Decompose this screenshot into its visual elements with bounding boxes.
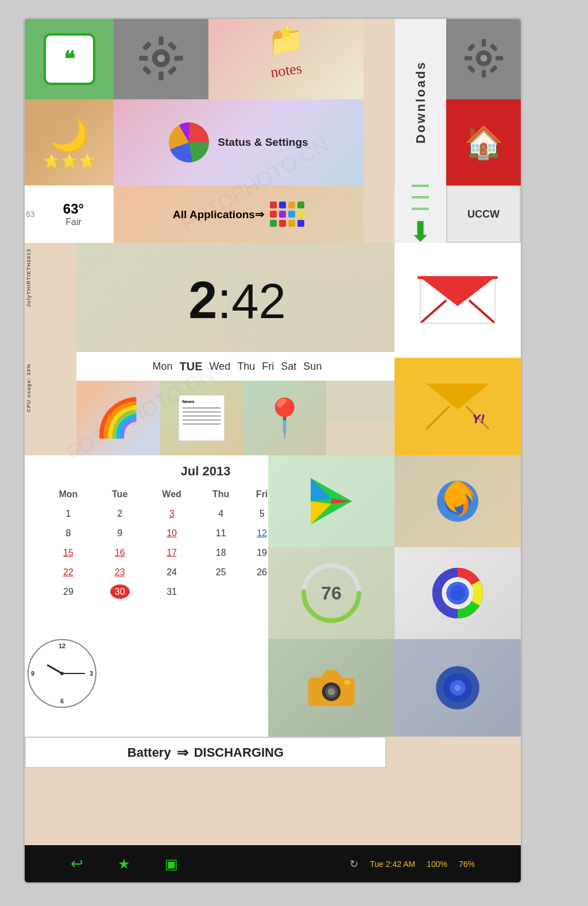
- nav-right-group: ↻ Tue 2:42 AM 100% 76%: [350, 858, 475, 870]
- firefox-cell[interactable]: [394, 455, 521, 547]
- photos-cell[interactable]: 🌈: [76, 381, 160, 455]
- weekday-sat: Sat: [277, 361, 300, 373]
- yahoo-mail-cell[interactable]: Y!: [394, 358, 521, 455]
- svg-rect-27: [495, 56, 503, 60]
- battery-percent-cell: 76: [268, 547, 394, 639]
- status-settings-cell[interactable]: Status & Settings: [114, 99, 363, 185]
- weekday-wed: Wed: [206, 361, 234, 373]
- cal-day: 8: [43, 524, 94, 543]
- all-applications-cell[interactable]: All Applications⇒: [114, 185, 363, 243]
- weekday-sun: Sun: [300, 361, 325, 373]
- uccw-cell[interactable]: UCCW: [446, 185, 521, 243]
- screen-content: ❝: [25, 19, 521, 882]
- back-button[interactable]: ↩: [71, 855, 83, 873]
- photos-icon: 🌈: [95, 396, 141, 440]
- cal-day: 9: [94, 524, 146, 543]
- svg-rect-30: [467, 64, 475, 73]
- hangouts-cell[interactable]: ❝: [25, 19, 114, 99]
- weekday-tue-active: TUE: [176, 360, 206, 373]
- battery-percent-number: 76: [321, 583, 342, 604]
- weekday-thu: Thu: [234, 361, 258, 373]
- app-dots-grid: [270, 202, 304, 227]
- settings-gear-icon: [137, 34, 185, 85]
- phone-screen: ❝: [23, 17, 523, 884]
- weather-edge-num: 63: [26, 210, 35, 219]
- pie-chart-icon: [169, 122, 209, 162]
- today-highlight: 30: [110, 584, 130, 599]
- gmail-cell[interactable]: [394, 243, 521, 358]
- recent-apps-button[interactable]: ▣: [165, 856, 178, 872]
- vertical-text-cpu: CPU usage: 33%: [26, 363, 32, 412]
- sync-icon: ↻: [350, 858, 358, 870]
- cal-day: 30: [94, 582, 146, 602]
- notes-cell[interactable]: 📁 ⭐ notes: [208, 19, 363, 99]
- notes-label: notes: [269, 60, 303, 81]
- downloads-icon: ═══ ═══ ═══ ⬇: [409, 181, 432, 247]
- navigation-bar: ↩ ★ ▣ ↻ Tue 2:42 AM 100% 76%: [25, 845, 521, 882]
- svg-rect-38: [417, 276, 498, 279]
- clock-num-9: 9: [31, 670, 34, 677]
- news-cell[interactable]: News: [160, 381, 243, 455]
- weather-cell[interactable]: 63 63° Fair: [25, 185, 114, 243]
- cal-header-mon: Mon: [43, 485, 94, 504]
- cal-day: 17: [146, 543, 198, 563]
- gmail-icon: [417, 272, 498, 329]
- svg-rect-16: [139, 56, 148, 61]
- svg-rect-60: [345, 680, 351, 684]
- time-colon: :: [217, 272, 231, 329]
- cal-day: 18: [198, 543, 244, 563]
- chrome-cell[interactable]: [394, 547, 521, 639]
- svg-rect-17: [174, 56, 183, 61]
- statusbar-battery-num: 76%: [459, 859, 475, 869]
- cal-day: 31: [146, 582, 198, 602]
- cal-day: 24: [146, 563, 198, 582]
- svg-rect-20: [142, 65, 152, 75]
- weather-condition: Fair: [65, 217, 82, 227]
- cal-day: 11: [198, 524, 244, 543]
- yahoo-mail-icon: Y!: [426, 384, 489, 429]
- battery-status: DISCHARGING: [194, 745, 284, 760]
- svg-rect-31: [489, 64, 498, 73]
- home-button[interactable]: ★: [118, 856, 130, 872]
- svg-rect-26: [464, 56, 472, 60]
- svg-rect-15: [158, 71, 164, 80]
- svg-point-13: [157, 54, 165, 62]
- cal-day: 23: [94, 563, 146, 582]
- svg-marker-56: [321, 670, 342, 678]
- sleep-widget-cell[interactable]: 🌙 ⭐ ⭐ ⭐: [25, 99, 114, 185]
- analog-clock-widget: 12 3 6 9: [28, 639, 105, 717]
- clock-num-6: 6: [60, 698, 64, 704]
- cal-day: 1: [43, 504, 94, 524]
- svg-rect-19: [168, 41, 177, 51]
- cal-day: 16: [94, 543, 146, 563]
- weekday-mon: Mon: [149, 361, 176, 373]
- cal-day: 10: [146, 524, 198, 543]
- battery-label: Battery: [127, 745, 171, 760]
- settings-gear-right-icon: [462, 37, 505, 82]
- svg-rect-25: [481, 69, 486, 78]
- sleep-moon-icon: 🌙 ⭐ ⭐ ⭐: [44, 117, 95, 169]
- cal-day: 15: [43, 543, 94, 563]
- settings-right-cell[interactable]: [446, 19, 521, 99]
- all-applications-label: All Applications⇒: [173, 208, 264, 221]
- clock-num-12: 12: [59, 642, 65, 649]
- downloads-arrow-cell[interactable]: ═══ ═══ ═══ ⬇: [394, 185, 446, 243]
- cal-header-thu: Thu: [198, 485, 244, 504]
- hangouts-icon: ❝: [44, 33, 95, 85]
- home-cell[interactable]: 🏠: [446, 99, 521, 185]
- cal-header-wed: Wed: [146, 485, 198, 504]
- chrome-icon: [432, 567, 483, 619]
- cal-day: 29: [43, 582, 94, 602]
- weekdays-bar: MonTUEWedThuFriSatSun: [76, 352, 398, 381]
- maps-cell[interactable]: 📍: [243, 381, 326, 455]
- time-widget: 2:42: [76, 243, 398, 358]
- blue-app-cell[interactable]: [394, 639, 521, 737]
- camera-cell[interactable]: [268, 639, 394, 737]
- svg-rect-24: [481, 38, 486, 47]
- play-store-cell[interactable]: [268, 455, 394, 547]
- svg-rect-14: [158, 36, 164, 45]
- settings-cell[interactable]: [114, 19, 208, 99]
- statusbar-time: Tue 2:42 AM: [370, 859, 415, 869]
- nav-left-group: ↩ ★ ▣: [71, 855, 178, 873]
- svg-rect-21: [168, 65, 177, 75]
